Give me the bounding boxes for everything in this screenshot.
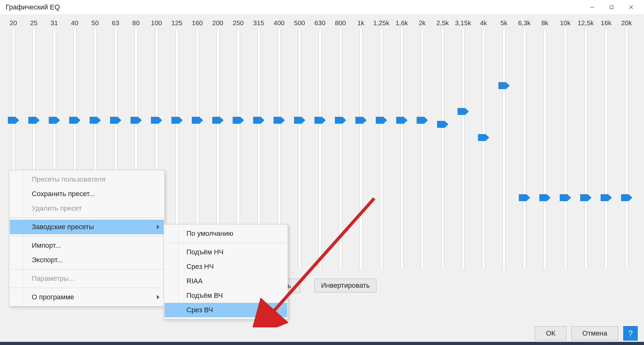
svg-marker-25 bbox=[437, 121, 448, 128]
slider-thumb[interactable] bbox=[171, 117, 183, 124]
slider-thumb[interactable] bbox=[110, 117, 121, 124]
slider-thumb[interactable] bbox=[294, 117, 305, 124]
slider-thumb[interactable] bbox=[253, 117, 264, 124]
eq-slider[interactable] bbox=[310, 29, 330, 269]
eq-slider[interactable] bbox=[391, 29, 412, 269]
menu-separator bbox=[10, 288, 163, 288]
slider-track bbox=[441, 29, 444, 269]
slider-thumb[interactable] bbox=[49, 117, 60, 124]
slider-track bbox=[339, 29, 342, 269]
submenu-riaa[interactable]: RIAA bbox=[164, 274, 287, 288]
freq-label: 31 bbox=[44, 19, 64, 27]
eq-slider[interactable] bbox=[412, 29, 432, 269]
maximize-button[interactable] bbox=[602, 0, 621, 14]
slider-thumb[interactable] bbox=[396, 117, 408, 124]
menu-import[interactable]: Импорт... bbox=[10, 238, 164, 253]
freq-label: 80 bbox=[126, 19, 146, 27]
eq-slider[interactable] bbox=[289, 29, 310, 269]
svg-marker-16 bbox=[253, 117, 264, 124]
slider-thumb[interactable] bbox=[621, 194, 632, 201]
eq-slider[interactable] bbox=[494, 29, 514, 269]
submenu-bass-cut[interactable]: Срез НЧ bbox=[164, 259, 287, 274]
eq-slider[interactable] bbox=[596, 29, 616, 269]
freq-label: 2k bbox=[412, 19, 432, 27]
slider-thumb[interactable] bbox=[478, 134, 489, 141]
slider-thumb[interactable] bbox=[417, 117, 428, 124]
menu-factory-presets[interactable]: Заводские пресеты bbox=[10, 220, 164, 234]
freq-label: 12,5k bbox=[575, 19, 596, 27]
submenu-treble-cut[interactable]: Срез ВЧ bbox=[164, 303, 287, 317]
menu-delete-preset: Удалить пресет bbox=[10, 201, 164, 216]
slider-thumb[interactable] bbox=[90, 117, 101, 124]
freq-label: 5k bbox=[494, 19, 514, 27]
slider-thumb[interactable] bbox=[437, 121, 448, 128]
help-button[interactable]: ? bbox=[623, 326, 638, 341]
svg-marker-4 bbox=[8, 117, 19, 124]
slider-thumb[interactable] bbox=[376, 117, 387, 124]
cancel-button[interactable]: Отмена bbox=[571, 326, 618, 340]
window-title: Графический EQ bbox=[6, 3, 60, 11]
close-button[interactable] bbox=[621, 0, 641, 14]
slider-thumb[interactable] bbox=[212, 117, 224, 124]
svg-marker-14 bbox=[212, 117, 224, 124]
ok-button[interactable]: ОК bbox=[535, 326, 566, 340]
slider-thumb[interactable] bbox=[151, 117, 162, 124]
slider-thumb[interactable] bbox=[8, 117, 19, 124]
svg-marker-15 bbox=[233, 117, 244, 124]
slider-thumb[interactable] bbox=[601, 194, 612, 201]
svg-marker-29 bbox=[519, 194, 530, 201]
slider-thumb[interactable] bbox=[355, 117, 367, 124]
eq-slider[interactable] bbox=[351, 29, 371, 269]
slider-thumb[interactable] bbox=[233, 117, 244, 124]
slider-thumb[interactable] bbox=[28, 117, 40, 124]
eq-slider[interactable] bbox=[575, 29, 596, 269]
submenu-bass-boost[interactable]: Подъём НЧ bbox=[164, 245, 287, 259]
menu-about[interactable]: О программе bbox=[10, 290, 164, 304]
svg-marker-12 bbox=[171, 117, 183, 124]
svg-marker-32 bbox=[580, 194, 591, 201]
freq-label: 20k bbox=[616, 19, 637, 27]
minimize-button[interactable] bbox=[582, 0, 602, 14]
eq-slider[interactable] bbox=[616, 29, 637, 269]
submenu-arrow-icon bbox=[157, 225, 159, 229]
eq-slider[interactable] bbox=[330, 29, 351, 269]
eq-slider[interactable] bbox=[453, 29, 473, 269]
freq-label: 3,15k bbox=[453, 19, 473, 27]
slider-thumb[interactable] bbox=[130, 117, 142, 124]
slider-thumb[interactable] bbox=[580, 194, 591, 201]
menu-factory-presets-label: Заводские пресеты bbox=[32, 223, 94, 231]
eq-slider[interactable] bbox=[432, 29, 453, 269]
eq-slider[interactable] bbox=[535, 29, 555, 269]
freq-label: 200 bbox=[208, 19, 228, 27]
submenu-treble-boost[interactable]: Подъём ВЧ bbox=[164, 288, 287, 303]
eq-slider[interactable] bbox=[473, 29, 494, 269]
partial-button[interactable]: ь bbox=[286, 279, 300, 293]
slider-thumb[interactable] bbox=[560, 194, 571, 201]
slider-thumb[interactable] bbox=[458, 108, 469, 115]
freq-label: 16k bbox=[596, 19, 616, 27]
eq-slider[interactable] bbox=[371, 29, 391, 269]
invert-button[interactable]: Инвертировать bbox=[314, 279, 376, 292]
slider-thumb[interactable] bbox=[314, 117, 326, 124]
slider-thumb[interactable] bbox=[192, 117, 203, 124]
slider-thumb[interactable] bbox=[69, 117, 80, 124]
menu-separator bbox=[10, 236, 163, 236]
svg-marker-24 bbox=[417, 117, 428, 124]
freq-label: 1k bbox=[351, 19, 371, 27]
svg-marker-26 bbox=[458, 108, 469, 115]
submenu-arrow-icon bbox=[157, 295, 159, 299]
slider-thumb[interactable] bbox=[498, 82, 510, 89]
svg-marker-11 bbox=[151, 117, 162, 124]
svg-marker-28 bbox=[498, 82, 510, 89]
slider-thumb[interactable] bbox=[519, 194, 530, 201]
submenu-default[interactable]: По умолчанию bbox=[164, 226, 287, 241]
eq-slider[interactable] bbox=[514, 29, 535, 269]
slider-thumb[interactable] bbox=[539, 194, 551, 201]
slider-thumb[interactable] bbox=[335, 117, 346, 124]
slider-thumb[interactable] bbox=[274, 117, 285, 124]
menu-save-preset[interactable]: Сохранить пресет... bbox=[10, 187, 164, 201]
menu-export[interactable]: Экспорт... bbox=[10, 253, 164, 267]
eq-slider[interactable] bbox=[555, 29, 575, 269]
slider-track bbox=[421, 29, 424, 269]
window-controls bbox=[582, 0, 641, 14]
